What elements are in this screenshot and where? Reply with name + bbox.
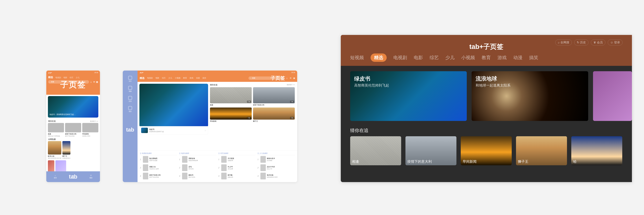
side-nav-item[interactable]: 首页	[128, 76, 132, 82]
hero-title: 流浪地球	[476, 75, 497, 82]
search-icon: ⌕	[250, 77, 251, 79]
tv-hero-card[interactable]	[593, 71, 632, 121]
video-card[interactable]: 蚁圣之战我生活在苏意大利王国	[48, 141, 61, 159]
video-card[interactable]: 狮子王经典品质奇幻	[62, 141, 70, 159]
tv-tab[interactable]: 电视剧	[394, 55, 407, 61]
topbar-tab[interactable]: 教育	[183, 77, 187, 79]
tv-chip-user[interactable]: ☺登录	[608, 40, 622, 45]
tablet-hero-info: 绿皮书 高智商英伦范帅到飞起 ☆	[140, 126, 208, 134]
nav-icon	[128, 106, 132, 110]
tv-tab[interactable]: 小视频	[461, 55, 475, 61]
star-icon[interactable]: ☆	[204, 129, 206, 132]
side-nav-item[interactable]: 应用	[128, 96, 132, 102]
more-link[interactable]: 更多影片 >>	[287, 84, 295, 86]
tv-chip-vip[interactable]: ♛会员	[591, 40, 605, 45]
tv-tab[interactable]: 少儿	[446, 55, 454, 61]
more-link[interactable]: 更多影片 >>	[90, 120, 98, 122]
rank-item[interactable]: 3海洋生物探索海底奇幻世界	[258, 172, 295, 180]
rank-item[interactable]: 1隐点夜晚雨雨夜中的温暖	[140, 155, 177, 163]
download-icon[interactable]: ⭳	[90, 81, 92, 83]
rank-item[interactable]: 1猪齿向前冲欢乐猪猪	[258, 155, 295, 163]
subtab-item[interactable]: 电影	[64, 76, 67, 79]
subtab-item[interactable]: 综艺	[70, 76, 74, 79]
tv-tab[interactable]: 短视频	[350, 55, 364, 61]
tv-chip-history[interactable]: ↻历史	[574, 40, 588, 45]
rank-item[interactable]: 3疫情下的意大利疫情下的众生相	[140, 172, 177, 180]
tv-tab[interactable]: 综艺	[430, 55, 439, 61]
tv-chip-search[interactable]: ⌕全网搜	[555, 40, 572, 45]
status-time: 20:30	[291, 72, 295, 73]
bottom-tab-me[interactable]: ☰我的	[82, 171, 100, 182]
tv-tab[interactable]: 电影	[414, 55, 423, 61]
topbar-tab[interactable]: 游戏	[190, 77, 193, 79]
rank-header[interactable]: ☲综艺热播榜	[218, 152, 256, 155]
rank-item[interactable]: 3新中略战略游戏	[218, 172, 256, 180]
side-nav-item[interactable]: 视频	[128, 86, 132, 92]
video-card[interactable]: 早间新闻优质老少皆宜	[82, 123, 98, 137]
video-card[interactable]: 12集疫情下的意大利	[253, 87, 295, 106]
hero-thumb	[141, 128, 148, 133]
subtab-item[interactable]: 电视剧	[56, 76, 61, 79]
rank-item[interactable]: 2总比今年好励志少年	[258, 163, 295, 172]
rank-item[interactable]: 1天天直新直播新闻	[218, 155, 256, 163]
video-card[interactable]: 12集狮子王	[253, 108, 295, 122]
topbar-tab[interactable]: 电视剧	[147, 77, 153, 79]
rank-item[interactable]: 1漂察追缉悬疑的警察故事	[179, 155, 216, 163]
video-card[interactable]: 12集早间新闻	[210, 108, 252, 122]
rank-item[interactable]: 2XL少年成长故事	[218, 163, 256, 172]
card-title: 哈	[573, 159, 577, 164]
thumbnail	[48, 123, 64, 132]
topbar-tab[interactable]: 小视频	[175, 77, 180, 79]
hero-subtitle: 高智商英伦范帅到飞起	[149, 131, 164, 133]
rank-header[interactable]: ☲电视剧热播榜	[140, 152, 177, 155]
download-icon[interactable]: ⭳	[286, 77, 288, 79]
rank-number: 1	[258, 158, 259, 160]
video-card[interactable]: 早间新闻	[461, 136, 512, 165]
message-icon[interactable]: ✉	[290, 77, 292, 79]
tv-tab[interactable]: 游戏	[498, 55, 506, 61]
tablet-hero[interactable]	[140, 84, 208, 127]
topbar-tab[interactable]: 搞笑	[202, 77, 206, 79]
rank-title: 总比今年好	[267, 166, 275, 168]
video-card[interactable]: 哈	[571, 136, 622, 165]
video-card[interactable]: 疫情下的意大利疫情下的众生相	[65, 123, 81, 137]
video-card[interactable]: 狮子王	[516, 136, 567, 165]
grid-icon[interactable]: ▦	[96, 81, 98, 83]
bottom-tab-home[interactable]: ⌂首页	[46, 171, 64, 182]
thumbnail: 12集	[210, 87, 252, 103]
video-card[interactable]: 12集相逢	[210, 87, 252, 106]
tv-tab[interactable]: 动漫	[513, 55, 522, 61]
rank-item[interactable]: 3颜色书黑白与彩色	[179, 172, 216, 180]
topbar-tab[interactable]: 综艺	[162, 77, 166, 79]
rank-item[interactable]: 2孟鸟童年回忆	[179, 163, 216, 172]
rank-item[interactable]: 2美丽人生身边的动人故事	[140, 163, 177, 172]
video-card[interactable]: 相逢我将在这个世界孤独	[48, 123, 64, 137]
topbar-tab[interactable]: 少儿	[168, 77, 172, 79]
video-card[interactable]: 相逢	[350, 136, 401, 165]
rank-header[interactable]: ☲少儿热播榜	[258, 152, 295, 155]
topbar-tab[interactable]: 动漫	[196, 77, 200, 79]
hero-subtitle: 高智商英伦范帅到飞起	[354, 83, 389, 88]
grid-icon[interactable]: ▦	[293, 77, 295, 79]
topbar-tab[interactable]: 精选	[140, 76, 144, 80]
tv-guess-row: 相逢疫情下的意大利早间新闻狮子王哈	[341, 136, 632, 165]
tv-tab[interactable]: 精选	[370, 54, 387, 62]
side-nav-item[interactable]: 我的	[128, 106, 132, 112]
tv-hero-card[interactable]: 绿皮书 高智商英伦范帅到飞起	[350, 71, 467, 121]
bottom-tab-video[interactable]: ▣tab	[64, 171, 82, 182]
tablet-mock: 首页视频应用我的 tab ◢ ◢ ▾ 20:30 精选电视剧电影综艺少儿小视频教…	[123, 71, 297, 182]
thumbnail	[62, 141, 70, 154]
subtab-item[interactable]: 少儿	[76, 76, 80, 79]
rank-header[interactable]: ☲电影热播榜	[179, 152, 216, 155]
tv-hero-card[interactable]: 流浪地球 和地球一起逃离太阳系	[472, 71, 588, 121]
subtab-item[interactable]: 精选	[48, 76, 53, 79]
video-card[interactable]: 疫情下的意大利	[406, 136, 456, 165]
message-icon[interactable]: ✉	[93, 81, 95, 83]
tv-tab[interactable]: 教育	[482, 55, 491, 61]
phone-hero[interactable]: 绿皮书：高智商英伦范帅到飞起…	[48, 96, 98, 118]
rank-subtitle: 悬疑的警察故事	[188, 160, 198, 161]
phone-search-row: ⌕ 搜索 ⭳ ✉ ▦	[48, 80, 98, 84]
topbar-tab[interactable]: 电影	[156, 77, 159, 79]
search-input[interactable]: ⌕ 搜索	[48, 80, 89, 84]
tv-tab[interactable]: 搞笑	[529, 55, 538, 61]
